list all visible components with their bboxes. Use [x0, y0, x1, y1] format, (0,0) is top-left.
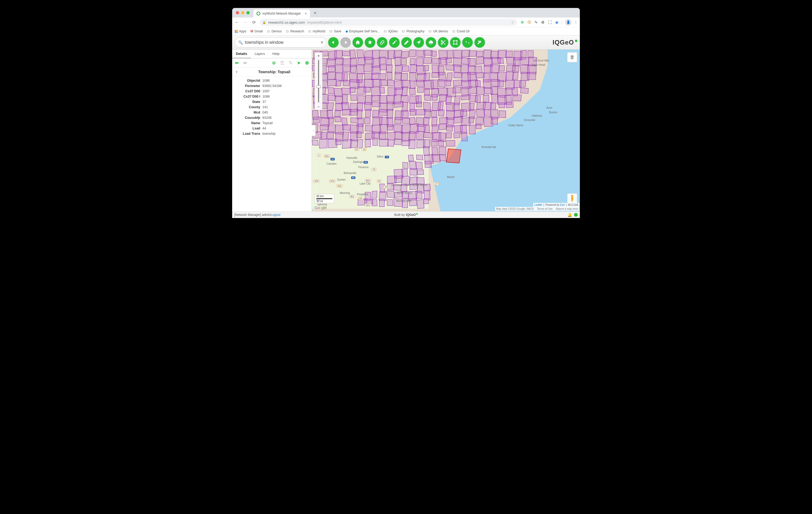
sidebar-tabs: Details Layers Help [232, 50, 312, 58]
interstate-shield: 95 [351, 177, 355, 179]
link-button[interactable] [377, 37, 387, 48]
paint-ext-icon[interactable]: ✎ [534, 20, 538, 24]
clear-search-icon[interactable]: ✕ [320, 40, 324, 45]
logout-link[interactable]: Logout [270, 213, 280, 217]
recycle-ext-icon[interactable]: ♻ [541, 20, 545, 24]
status-bar: [Network Manager] admin Logout Built by … [232, 211, 580, 218]
profile-avatar[interactable]: 👤 [565, 19, 571, 25]
report-error-link[interactable]: Report a map error [556, 208, 578, 210]
road-shield: 52 [358, 197, 363, 200]
zoom-out-button[interactable]: − [315, 103, 322, 110]
tab-help[interactable]: Help [269, 50, 283, 58]
brand-logo: IQGeO [553, 39, 577, 46]
details-goto-icon[interactable]: ➤ [297, 60, 301, 66]
tools-button[interactable] [474, 37, 485, 48]
layers-button[interactable] [567, 52, 577, 62]
zoom-slider[interactable] [318, 60, 319, 102]
bookmark-photography[interactable]: 🗀Photography [402, 29, 424, 33]
bookmarks-bar: Apps MGmail 🗀Demos 🗀Research 🗀myWorld 🗀S… [232, 27, 580, 35]
svg-point-1 [441, 40, 442, 42]
tab-layers[interactable]: Layers [251, 50, 269, 58]
svg-point-4 [457, 40, 457, 42]
property-key: Cs37 D00 [236, 89, 260, 93]
bookmark-ess[interactable]: ◆Employee Self Serv... [346, 29, 380, 33]
leaflet-link[interactable]: Leaflet [534, 204, 542, 206]
zoom-thumb[interactable] [316, 85, 321, 88]
bookmark-gmail[interactable]: MGmail [251, 29, 263, 33]
selected-township[interactable] [446, 148, 461, 163]
property-key: Cousubfp [236, 116, 260, 119]
bookmark-research[interactable]: 🗀Research [286, 29, 304, 33]
locate-button[interactable] [413, 37, 424, 48]
property-key: Lsad [236, 127, 260, 130]
folder-icon: 🗀 [267, 29, 270, 33]
new-tab-button[interactable]: ＋ [313, 9, 318, 16]
bell-icon[interactable]: 🔔 [568, 213, 572, 217]
esri-link[interactable]: Esri [560, 204, 565, 206]
road-shield: 521 [365, 204, 371, 207]
feature-title-row[interactable]: ▼ Township: Topsail [232, 67, 312, 76]
bookmark-apps[interactable]: Apps [235, 29, 246, 33]
sidebar-collapse-handle[interactable]: ‹ [312, 125, 316, 136]
chrome-menu-icon[interactable]: ⋮ [574, 20, 578, 24]
bookmark-iqgeo[interactable]: 🗀IQGeo [384, 29, 398, 33]
property-value: 1096 [262, 95, 270, 99]
svg-point-0 [441, 43, 442, 45]
google-logo: Google [315, 206, 326, 210]
url-input[interactable]: 🔒 research2.us.iqgeo.com/myworld52pb/nm.… [260, 19, 517, 26]
search-input[interactable] [244, 40, 318, 45]
tab-title: myWorld Network Manager [262, 12, 302, 16]
property-row: Mcd045 [236, 110, 308, 115]
map[interactable]: Kill Devil HillsNags HeadAvonBuxtonHatte… [312, 50, 580, 211]
terms-link[interactable]: Terms of Use [537, 208, 553, 210]
bookmark-save[interactable]: 🗀Save [329, 29, 341, 33]
tab-details[interactable]: Details [232, 50, 251, 58]
home-button[interactable] [352, 37, 363, 48]
bookmark-covid[interactable]: 🗀Covid-19 [453, 29, 470, 33]
star-icon[interactable]: ☆ [511, 21, 514, 24]
globe-ext-icon[interactable]: ◉ [555, 20, 559, 24]
status-user: [Network Manager] admin [234, 213, 270, 217]
edit-button[interactable] [389, 37, 400, 48]
print-button[interactable] [426, 37, 436, 48]
bookmark-myworld[interactable]: 🗀myWorld [308, 29, 325, 33]
details-zoom-icon[interactable]: ⊕ [305, 60, 309, 66]
window-controls [232, 11, 253, 14]
select-button[interactable] [450, 37, 461, 48]
network-button[interactable] [462, 37, 473, 48]
scale-mi: 30 mi [316, 200, 332, 202]
property-row: Lsad Transtownship [236, 131, 308, 136]
property-row: State37 [236, 99, 308, 105]
bookmark-demos[interactable]: 🗀Demos [267, 29, 282, 33]
close-window-button[interactable] [236, 11, 239, 14]
details-list-icon[interactable]: ☰ [280, 60, 284, 66]
property-value: township [262, 132, 276, 136]
details-prev-icon[interactable]: ⬅ [235, 60, 239, 66]
bookmark-button[interactable] [365, 37, 375, 48]
svg-point-6 [457, 44, 457, 45]
chrome-tabstrip: myWorld Network Manager × ＋ [232, 8, 580, 18]
hubspot-ext-icon[interactable]: ⓑ [527, 20, 531, 24]
back-button[interactable]: ← [234, 20, 239, 25]
app-root: 🔍 ✕ IQGeO [232, 35, 580, 218]
zoom-in-button[interactable]: + [315, 53, 322, 59]
screenshot-ext-icon[interactable]: ⛶ [548, 20, 552, 24]
tab-close-icon[interactable]: × [305, 11, 307, 16]
tab-favicon [257, 12, 260, 16]
property-value: 93892.54198 [262, 84, 282, 88]
evernote-ext-icon[interactable]: ❇ [520, 20, 524, 24]
measure-button[interactable] [401, 37, 412, 48]
svg-rect-10 [573, 199, 573, 201]
minimize-window-button[interactable] [241, 11, 244, 14]
cut-button[interactable] [438, 37, 448, 48]
details-edit-icon[interactable]: ✎ [289, 60, 293, 66]
reload-button[interactable]: ⟳ [251, 20, 257, 25]
connection-status-icon [574, 213, 578, 217]
browser-tab[interactable]: myWorld Network Manager × [253, 9, 310, 18]
zoom-control: + − [315, 52, 322, 110]
details-clear-icon[interactable]: ⊗ [272, 60, 276, 66]
nav-back-button[interactable] [328, 37, 339, 48]
maximize-window-button[interactable] [246, 11, 250, 14]
streetview-pegman[interactable] [567, 193, 577, 204]
bookmark-ukdemos[interactable]: 🗀UK demos [429, 29, 448, 33]
